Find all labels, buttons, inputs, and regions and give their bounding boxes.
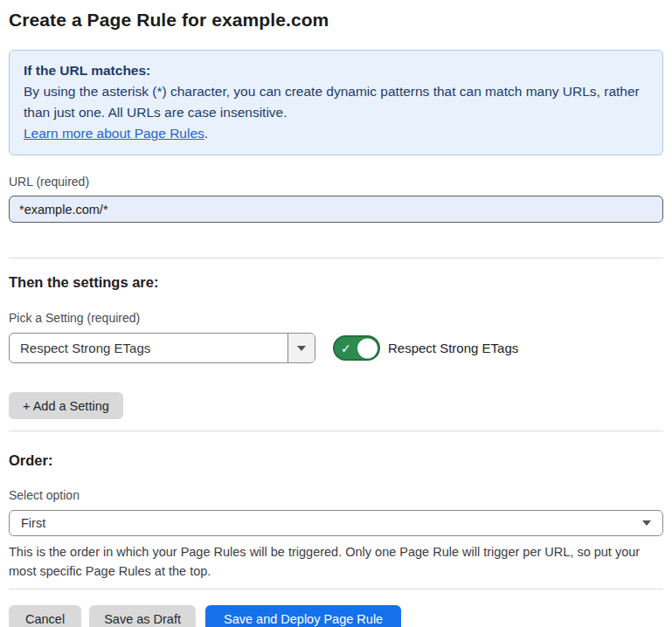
url-match-info-box: If the URL matches: By using the asteris… <box>9 50 663 155</box>
divider <box>9 258 663 258</box>
page-title: Create a Page Rule for example.com <box>9 9 663 31</box>
setting-dropdown[interactable]: Respect Strong ETags <box>9 333 315 363</box>
setting-dropdown-value: Respect Strong ETags <box>10 334 288 362</box>
url-field-label: URL (required) <box>9 174 663 189</box>
order-select-label: Select option <box>9 487 663 503</box>
toggle-knob <box>357 338 378 358</box>
order-select-value: First <box>21 516 642 530</box>
chevron-down-icon <box>297 346 306 351</box>
order-select[interactable]: First <box>9 510 663 536</box>
add-setting-button[interactable]: + Add a Setting <box>9 392 123 419</box>
chevron-down-icon <box>642 520 651 526</box>
info-box-body: By using the asterisk (*) character, you… <box>24 81 648 123</box>
cancel-button[interactable]: Cancel <box>9 605 81 627</box>
settings-section-heading: Then the settings are: <box>9 273 663 291</box>
setting-row: Respect Strong ETags ✓ Respect Strong ET… <box>9 333 663 363</box>
pick-setting-label: Pick a Setting (required) <box>9 310 663 326</box>
learn-more-link[interactable]: Learn more about Page Rules <box>24 126 204 141</box>
create-page-rule-panel: Create a Page Rule for example.com If th… <box>0 0 672 627</box>
info-box-link-line: Learn more about Page Rules. <box>24 123 648 144</box>
link-suffix: . <box>204 126 208 141</box>
save-as-draft-button[interactable]: Save as Draft <box>89 605 196 627</box>
save-and-deploy-button[interactable]: Save and Deploy Page Rule <box>205 605 401 627</box>
divider <box>9 431 663 431</box>
info-box-heading: If the URL matches: <box>24 60 648 81</box>
order-help-text: This is the order in which your Page Rul… <box>9 542 663 581</box>
setting-toggle-label: Respect Strong ETags <box>388 341 518 356</box>
divider <box>9 589 663 589</box>
check-icon: ✓ <box>341 341 351 354</box>
order-section-heading: Order: <box>9 451 663 469</box>
setting-dropdown-arrow-button[interactable] <box>288 334 315 362</box>
footer-actions: Cancel Save as Draft Save and Deploy Pag… <box>9 605 663 627</box>
setting-toggle[interactable]: ✓ <box>333 335 380 361</box>
url-input[interactable] <box>9 196 663 223</box>
